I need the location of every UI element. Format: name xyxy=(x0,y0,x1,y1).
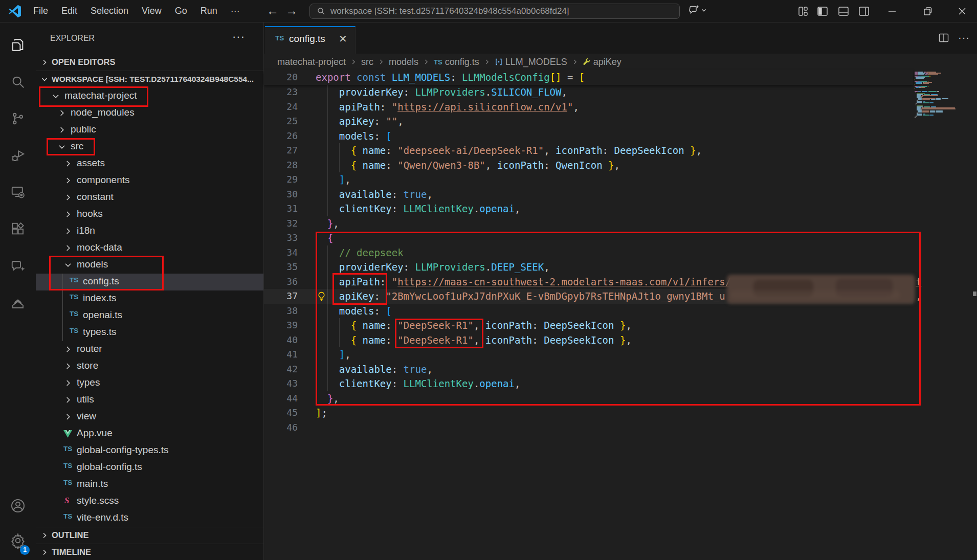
menu-overflow[interactable]: ··· xyxy=(224,6,247,16)
workspaces-icon[interactable] xyxy=(0,289,36,316)
code-editor[interactable]: 20export const LLM_MODELS: LLMModelsConf… xyxy=(264,70,977,560)
code-line-23[interactable]: 23 providerKey: LLMProviders.SILICON_FLO… xyxy=(264,85,977,100)
tree-item-assets[interactable]: assets xyxy=(36,155,264,172)
activity-bar: 1 xyxy=(0,23,36,560)
source-control-icon[interactable] xyxy=(0,105,36,132)
tree-item-global-config-ts[interactable]: TSglobal-config.ts xyxy=(36,459,264,476)
code-line-28[interactable]: 28 { name: "Qwen/Qwen3-8B", iconPath: Qw… xyxy=(264,158,977,173)
menu-run[interactable]: Run xyxy=(194,6,224,16)
tab-close-icon[interactable]: ✕ xyxy=(339,33,347,45)
code-line-29[interactable]: 29 ], xyxy=(264,172,977,187)
breadcrumb-item-matechat-project[interactable]: matechat-project xyxy=(277,57,346,68)
menu-view[interactable]: View xyxy=(135,6,168,16)
breadcrumb-separator xyxy=(350,58,357,65)
settings-gear-icon[interactable]: 1 xyxy=(0,527,36,554)
sidebar-more-actions-icon[interactable]: ··· xyxy=(232,23,245,54)
tree-item-store[interactable]: store xyxy=(36,358,264,375)
chevron-right-icon xyxy=(40,548,49,556)
tree-item-openai-ts[interactable]: TSopenai.ts xyxy=(36,307,264,324)
tree-item-types[interactable]: types xyxy=(36,375,264,392)
chevron-right-icon xyxy=(57,108,66,118)
forward-arrow-icon[interactable]: → xyxy=(284,4,299,18)
copilot-button[interactable] xyxy=(688,4,707,16)
vscode-window: File Edit Selection View Go Run ··· ← → … xyxy=(0,0,977,560)
breadcrumb-item-models[interactable]: models xyxy=(389,57,418,68)
tree-item-i18n[interactable]: i18n xyxy=(36,223,264,240)
breadcrumb: matechat-projectsrcmodelsTSconfig.tsLLM_… xyxy=(277,54,621,70)
tree-item-main-ts[interactable]: TSmain.ts xyxy=(36,476,264,493)
workspace-section[interactable]: WORKSPACE [SSH: TEST.D257117640324B948C5… xyxy=(36,71,264,87)
code-line-46[interactable]: 46 xyxy=(264,420,977,435)
chevron-right-icon xyxy=(40,58,49,66)
search-icon xyxy=(317,7,325,15)
tree-item-vite-env-d-ts[interactable]: TSvite-env.d.ts xyxy=(36,510,264,527)
chevron-down-icon xyxy=(700,7,707,14)
menu-edit[interactable]: Edit xyxy=(55,6,84,16)
tree-item-components[interactable]: components xyxy=(36,172,264,189)
tree-item-view[interactable]: view xyxy=(36,409,264,425)
account-icon[interactable] xyxy=(0,492,36,519)
code-line-31[interactable]: 31 clientKey: LLMClientKey.openai, xyxy=(264,201,977,216)
menu-selection[interactable]: Selection xyxy=(84,6,135,16)
tree-item-utils[interactable]: utils xyxy=(36,392,264,409)
tree-item-types-ts[interactable]: TStypes.ts xyxy=(36,324,264,341)
symbol-array-icon xyxy=(495,58,503,66)
tab-bar: TS config.ts ✕ ··· xyxy=(264,23,977,54)
toggle-sidebar-icon[interactable] xyxy=(815,4,830,18)
tab-config-ts[interactable]: TS config.ts ✕ xyxy=(265,26,356,54)
restore-icon[interactable] xyxy=(920,4,936,18)
remote-explorer-icon[interactable] xyxy=(0,179,36,206)
tree-item-style-scss[interactable]: Sstyle.scss xyxy=(36,493,264,510)
close-window-icon[interactable] xyxy=(954,4,970,18)
code-line-26[interactable]: 26 models: [ xyxy=(264,129,977,144)
code-line-27[interactable]: 27 { name: "deepseek-ai/DeepSeek-R1", ic… xyxy=(264,143,977,158)
outline-section[interactable]: OUTLINE xyxy=(36,527,264,544)
extensions-icon[interactable] xyxy=(0,216,36,242)
code-line-25[interactable]: 25 apiKey: "", xyxy=(264,114,977,129)
open-editors-section[interactable]: OPEN EDITORS xyxy=(36,54,264,71)
tree-item-mock-data[interactable]: mock-data xyxy=(36,240,264,257)
run-debug-icon[interactable] xyxy=(0,142,36,169)
code-line-24[interactable]: 24 apiPath: "https://api.siliconflow.cn/… xyxy=(264,100,977,115)
ts-file-icon: TS xyxy=(63,479,72,486)
back-arrow-icon[interactable]: ← xyxy=(265,4,280,18)
breadcrumb-item-llm-models[interactable]: LLM_MODELS xyxy=(495,57,567,68)
ts-file-icon: TS xyxy=(70,310,78,318)
minimap[interactable] xyxy=(913,70,969,560)
chevron-right-icon xyxy=(63,378,73,388)
explorer-icon[interactable] xyxy=(0,32,36,58)
tree-item-global-config-types-ts[interactable]: TSglobal-config-types.ts xyxy=(36,442,264,459)
split-editor-icon[interactable] xyxy=(939,33,949,43)
chat-icon[interactable] xyxy=(0,253,36,279)
sticky-scroll-line-20[interactable]: 20export const LLM_MODELS: LLMModelsConf… xyxy=(264,70,913,85)
tree-item-router[interactable]: router xyxy=(36,341,264,358)
toggle-secondary-sidebar-icon[interactable] xyxy=(856,4,872,18)
command-center-search[interactable]: workspace [SSH: test.d257117640324b948c5… xyxy=(309,4,680,19)
breadcrumb-separator xyxy=(423,58,430,65)
breadcrumb-item-apikey[interactable]: apiKey xyxy=(583,57,621,68)
chevron-right-icon xyxy=(63,395,73,405)
editor-more-actions-icon[interactable]: ··· xyxy=(958,32,970,43)
code-line-45[interactable]: 45]; xyxy=(264,406,977,420)
code-line-30[interactable]: 30 available: true, xyxy=(264,187,977,202)
menu-file[interactable]: File xyxy=(27,6,55,16)
breadcrumb-item-config-ts[interactable]: TSconfig.ts xyxy=(434,57,479,68)
tree-item-node-modules[interactable]: node_modules xyxy=(36,105,264,122)
layout-customize-icon[interactable] xyxy=(795,4,811,18)
tree-item-index-ts[interactable]: TSindex.ts xyxy=(36,290,264,307)
menu-go[interactable]: Go xyxy=(168,6,194,16)
minimize-icon[interactable] xyxy=(884,4,900,18)
tree-item-hooks[interactable]: hooks xyxy=(36,206,264,223)
overview-ruler-mark xyxy=(973,292,976,296)
tree-item-app-vue[interactable]: App.vue xyxy=(36,425,264,442)
annotation-box-src xyxy=(47,138,95,155)
breadcrumb-item-src[interactable]: src xyxy=(361,57,373,68)
tree-item-constant[interactable]: constant xyxy=(36,189,264,206)
chevron-right-icon xyxy=(57,125,66,135)
toggle-panel-icon[interactable] xyxy=(836,4,851,18)
search-sidebar-icon[interactable] xyxy=(0,69,36,95)
timeline-section[interactable]: TIMELINE xyxy=(36,544,264,560)
code-line-32[interactable]: 32 }, xyxy=(264,216,977,231)
tree-item-public[interactable]: public xyxy=(36,122,264,139)
editor-area: TS config.ts ✕ ··· matechat-projectsrcmo… xyxy=(264,23,977,560)
